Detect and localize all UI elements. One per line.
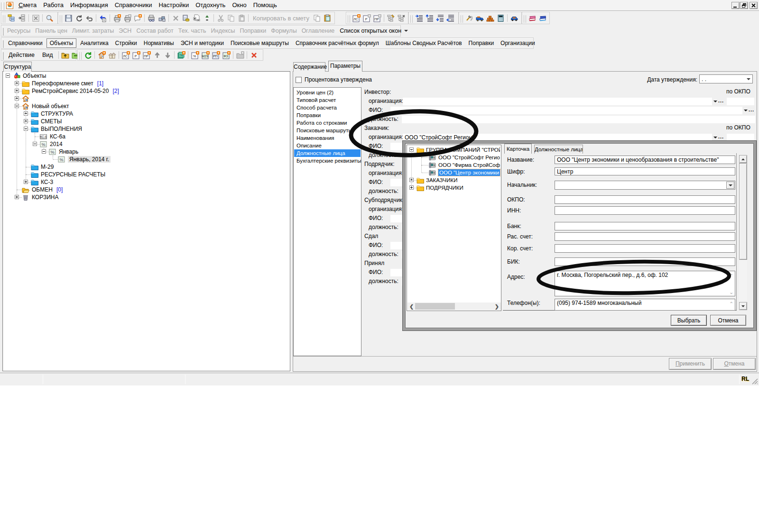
restore-button[interactable] bbox=[740, 2, 748, 9]
print-gear2-button[interactable] bbox=[122, 13, 132, 23]
copy-disabled-button[interactable] bbox=[226, 13, 236, 23]
scrollbar-thumb[interactable] bbox=[415, 303, 455, 310]
page-tab-7[interactable]: Поисковые маршруты bbox=[228, 39, 292, 47]
cancel-button[interactable]: Отмена bbox=[713, 358, 756, 370]
truck-button[interactable] bbox=[474, 13, 485, 23]
cut-disabled-button[interactable] bbox=[215, 13, 226, 23]
view-menu[interactable]: Вид bbox=[38, 52, 57, 58]
close-button[interactable] bbox=[750, 2, 758, 9]
menu-8[interactable]: Помощь bbox=[250, 0, 280, 10]
houses-gear-button[interactable] bbox=[107, 50, 117, 60]
arrow-up-button[interactable] bbox=[152, 50, 162, 60]
org-tree-item[interactable]: ЗАКАЗЧИКИ bbox=[407, 176, 501, 184]
section-item-2[interactable]: Типовой расчет bbox=[294, 96, 361, 104]
indent-right-button[interactable] bbox=[414, 13, 424, 23]
menubar-grip[interactable] bbox=[1, 2, 4, 10]
dialog-field-input[interactable] bbox=[555, 222, 735, 230]
house-gear-button[interactable] bbox=[96, 50, 107, 60]
doc-r-button[interactable]: Р bbox=[361, 13, 372, 23]
tree-edit-button[interactable] bbox=[386, 13, 396, 23]
folder-gear-disabled-button[interactable] bbox=[235, 50, 245, 60]
menu-5[interactable]: Настройки bbox=[155, 0, 192, 10]
copy-light-button[interactable] bbox=[312, 13, 323, 23]
tree-item-РемСтройСервис 2014-05-20[interactable]: РемСтройСервис 2014-05-20[2] bbox=[3, 87, 290, 95]
section-item-7[interactable]: Наименования bbox=[294, 134, 361, 142]
dialog-field-input[interactable] bbox=[555, 244, 735, 253]
search-button[interactable] bbox=[44, 13, 55, 23]
m29-gear-button[interactable]: М29 bbox=[200, 50, 211, 60]
toolbar-grip[interactable] bbox=[3, 52, 4, 60]
section-item-10[interactable]: Бухгалтерские реквизиты bbox=[294, 157, 361, 165]
section-item-6[interactable]: Поисковые маршруты bbox=[294, 127, 361, 134]
resize-grip-icon[interactable] bbox=[751, 378, 758, 385]
tree-item-СМЕТЫ[interactable]: СМЕТЫ bbox=[3, 118, 290, 125]
percent-green-gear-button[interactable]: % bbox=[176, 50, 186, 60]
tab-card[interactable]: Карточка bbox=[504, 144, 532, 154]
tree-delete-button[interactable] bbox=[396, 13, 407, 23]
dialog-field-input[interactable]: Центр bbox=[555, 167, 735, 175]
org-tree-item[interactable]: ПОДРЯДЧИКИ bbox=[407, 184, 501, 192]
scrollbar-thumb[interactable] bbox=[739, 163, 747, 260]
tree-item-М-29[interactable]: М-29 bbox=[3, 163, 290, 171]
toolbar-grip[interactable] bbox=[3, 40, 4, 48]
menu-4[interactable]: Справочники bbox=[111, 0, 156, 10]
section-item-4[interactable]: Поправки bbox=[294, 111, 361, 119]
rp-gear-button[interactable]: РП bbox=[211, 50, 221, 60]
move-updown-button[interactable] bbox=[202, 13, 212, 23]
bricks-button[interactable] bbox=[485, 13, 495, 23]
menu-2[interactable]: Работа bbox=[40, 0, 67, 10]
horizontal-scrollbar[interactable]: ❮ ❯ bbox=[407, 303, 501, 310]
dialog-field-input[interactable]: ООО "Центр экономики и ценообразования в… bbox=[555, 156, 735, 164]
blocks-button[interactable] bbox=[157, 13, 167, 23]
expand-icon[interactable] bbox=[24, 180, 28, 184]
tree-item-ВЫПОЛНЕНИЯ[interactable]: ВЫПОЛНЕНИЯ bbox=[3, 125, 290, 133]
car-button[interactable] bbox=[509, 13, 519, 23]
dropdown-button[interactable] bbox=[726, 182, 734, 189]
books-blue-button[interactable] bbox=[537, 13, 548, 23]
toolbar-grip[interactable] bbox=[461, 15, 463, 23]
books-pink-button[interactable] bbox=[527, 13, 537, 23]
section-item-1[interactable]: Уровни цен (2) bbox=[294, 89, 361, 96]
scroll-up-button[interactable] bbox=[739, 155, 747, 163]
doc-ls-button[interactable]: ЛС bbox=[351, 13, 361, 23]
tree-item-КС-3[interactable]: КС-3 bbox=[3, 178, 290, 186]
menu-3[interactable]: Информация bbox=[67, 0, 111, 10]
tree-item-КС-6а[interactable]: КС-6КС-6а bbox=[3, 133, 290, 140]
toolbar-grip[interactable] bbox=[348, 15, 350, 23]
menu-7[interactable]: Окно bbox=[229, 0, 250, 10]
comment-gear-button[interactable] bbox=[132, 13, 143, 23]
open-windows-dropdown[interactable]: Список открытых окон bbox=[337, 28, 411, 34]
tree-item-Январь[interactable]: %Январь bbox=[3, 148, 290, 156]
r-gear-button[interactable]: Р bbox=[131, 50, 141, 60]
apply-button[interactable]: Применить bbox=[669, 358, 712, 370]
tree-item-Январь, 2014 г.[interactable]: %Январь, 2014 г. bbox=[3, 156, 290, 163]
tree-move-button[interactable] bbox=[17, 13, 27, 23]
tab-contents[interactable]: Содержание bbox=[293, 62, 325, 72]
select-button[interactable]: Выбрать bbox=[671, 315, 707, 326]
delete-disabled-button[interactable] bbox=[170, 13, 181, 23]
expand-icon[interactable] bbox=[409, 185, 414, 190]
indent-up-button[interactable] bbox=[424, 13, 435, 23]
refresh-button[interactable] bbox=[74, 13, 84, 23]
tree-item-2014[interactable]: %2014 bbox=[3, 140, 290, 148]
hammer-button[interactable] bbox=[464, 13, 474, 23]
tree-org-button[interactable] bbox=[6, 13, 17, 23]
collapse-icon[interactable] bbox=[33, 142, 37, 146]
page-tab-5[interactable]: Нормативы bbox=[141, 39, 177, 47]
refresh-green-button[interactable] bbox=[83, 50, 93, 60]
section-item-8[interactable]: Описание bbox=[294, 142, 361, 149]
paste-orange-button[interactable] bbox=[323, 13, 333, 23]
undo-button[interactable] bbox=[84, 13, 94, 23]
calc-coins-button[interactable] bbox=[181, 13, 191, 23]
collapse-icon[interactable] bbox=[6, 73, 10, 78]
doc-plusminus-button[interactable] bbox=[191, 13, 202, 23]
calculator-button[interactable] bbox=[495, 13, 506, 23]
action-menu[interactable]: Действие bbox=[5, 52, 38, 58]
save-button[interactable] bbox=[63, 13, 74, 23]
close-red-button[interactable] bbox=[249, 50, 259, 60]
keyboard-layout-indicator[interactable]: RL bbox=[741, 376, 749, 382]
ls-gear-button[interactable]: ЛС bbox=[120, 50, 131, 60]
section-item-3[interactable]: Способ расчета bbox=[294, 104, 361, 111]
approval-date-combobox[interactable]: . . bbox=[699, 74, 753, 83]
page-tab-4[interactable]: Стройки bbox=[112, 39, 140, 47]
